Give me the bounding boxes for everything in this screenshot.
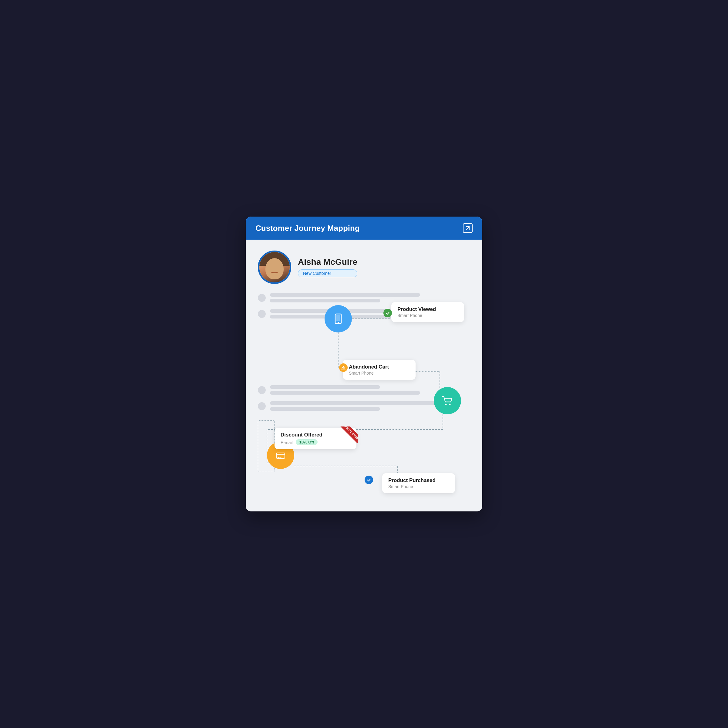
bg-row-1: [258, 293, 470, 303]
discount-badge: 10% Off: [296, 439, 318, 445]
special-offer-ribbon: SPECIAL OFFER: [338, 427, 358, 446]
card-title: Customer Journey Mapping: [255, 223, 360, 233]
bg-line: [270, 401, 450, 405]
bg-circle-3: [258, 386, 266, 394]
profile-section: Aisha McGuire New Customer: [258, 251, 470, 284]
node-phone: [324, 305, 352, 332]
customer-badge: New Customer: [298, 269, 357, 277]
svg-text:!: !: [343, 367, 344, 369]
status-icon-abandoned-cart: !: [339, 363, 348, 372]
customer-journey-card: Customer Journey Mapping Aisha McGuire N…: [246, 217, 482, 511]
bg-line: [270, 299, 380, 303]
customer-name: Aisha McGuire: [298, 257, 357, 267]
card-discount-offered: SPECIAL OFFER Discount Offered E-mail 10…: [275, 428, 356, 449]
product-purchased-subtitle: Smart Phone: [388, 484, 449, 489]
card-product-purchased: Product Purchased Smart Phone: [382, 473, 455, 493]
abandoned-cart-subtitle: Smart Phone: [349, 371, 410, 376]
svg-point-3: [445, 404, 447, 405]
external-link-button[interactable]: [463, 223, 473, 233]
bg-circle-4: [258, 402, 266, 410]
svg-point-7: [278, 457, 279, 458]
card-abandoned-cart: Abandoned Cart Smart Phone: [343, 360, 416, 380]
svg-point-4: [449, 404, 451, 405]
discount-channel: E-mail: [281, 440, 293, 445]
card-body: Aisha McGuire New Customer: [246, 240, 482, 511]
status-icon-product-viewed: [384, 309, 392, 317]
svg-rect-1: [336, 315, 340, 321]
abandoned-cart-title: Abandoned Cart: [349, 364, 410, 370]
bg-line: [270, 391, 420, 395]
svg-text:%: %: [279, 456, 281, 459]
bg-line: [270, 293, 420, 297]
card-header: Customer Journey Mapping: [246, 217, 482, 240]
profile-info: Aisha McGuire New Customer: [298, 257, 357, 277]
status-icon-product-purchased: [365, 476, 373, 484]
ribbon-text: SPECIAL OFFER: [340, 427, 358, 443]
product-viewed-title: Product Viewed: [398, 306, 458, 312]
bg-line: [270, 407, 380, 411]
bg-circle-1: [258, 294, 266, 302]
bg-line: [270, 385, 380, 389]
bg-lines-1: [270, 293, 470, 303]
card-product-viewed: Product Viewed Smart Phone: [391, 302, 464, 322]
product-purchased-title: Product Purchased: [388, 477, 449, 483]
avatar: [258, 251, 291, 284]
product-viewed-subtitle: Smart Phone: [398, 313, 458, 318]
svg-point-2: [338, 322, 339, 323]
bg-circle-2: [258, 310, 266, 318]
node-cart: [434, 387, 461, 414]
journey-area: % ! Product Viewed Smart Phone: [258, 293, 470, 499]
